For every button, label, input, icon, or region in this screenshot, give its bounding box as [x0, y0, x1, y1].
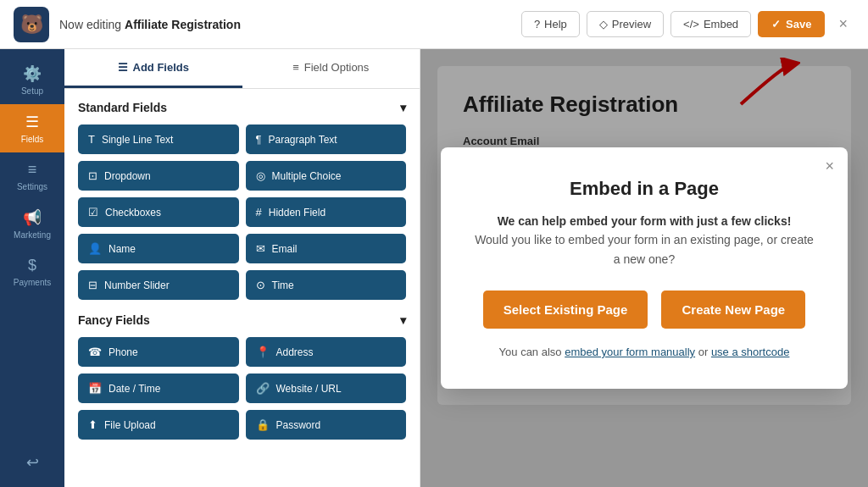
sidebar-item-setup[interactable]: ⚙️ Setup	[0, 56, 64, 104]
field-name[interactable]: 👤 Name	[78, 234, 239, 263]
main-layout: ⚙️ Setup ☰ Fields ≡ Settings 📢 Marketing…	[0, 49, 868, 487]
standard-fields-header: Standard Fields ▾	[78, 101, 406, 114]
name-icon: 👤	[88, 242, 102, 255]
sidebar-item-payments[interactable]: $ Payments	[0, 248, 64, 296]
history-icon: ↩	[26, 453, 39, 472]
field-number-slider[interactable]: ⊟ Number Slider	[78, 270, 239, 300]
payments-icon: $	[28, 257, 36, 274]
field-checkboxes[interactable]: ☑ Checkboxes	[78, 197, 239, 227]
gear-icon: ⚙️	[23, 64, 42, 83]
tab-field-options[interactable]: ≡ Field Options	[242, 49, 420, 88]
left-panel: ☰ Add Fields ≡ Field Options Standard Fi…	[64, 49, 420, 487]
field-website[interactable]: 🔗 Website / URL	[246, 374, 407, 403]
calendar-icon: 📅	[88, 382, 102, 395]
top-header: 🐻 Now editing Affiliate Registration ? H…	[0, 0, 868, 49]
standard-fields-grid: T Single Line Text ¶ Paragraph Text ⊡ Dr…	[78, 125, 406, 300]
field-datetime[interactable]: 📅 Date / Time	[78, 374, 239, 403]
header-left: 🐻 Now editing Affiliate Registration	[14, 7, 241, 42]
checkmark-icon: ✓	[771, 18, 781, 30]
sidebar-item-marketing[interactable]: 📢 Marketing	[0, 200, 64, 248]
help-button[interactable]: ? Help	[521, 11, 580, 37]
multiple-choice-icon: ◎	[256, 169, 265, 182]
select-existing-page-button[interactable]: Select Existing Page	[483, 291, 648, 329]
modal-buttons: Select Existing Page Create New Page	[475, 291, 814, 329]
lock-icon: 🔒	[256, 418, 270, 431]
field-paragraph-text[interactable]: ¶ Paragraph Text	[246, 125, 407, 154]
field-dropdown[interactable]: ⊡ Dropdown	[78, 161, 239, 191]
fancy-chevron-icon: ▾	[400, 313, 406, 327]
sidebar-item-settings[interactable]: ≡ Settings	[0, 152, 64, 200]
fields-icon: ☰	[25, 113, 39, 131]
slider-icon: ⊟	[88, 279, 97, 291]
field-address[interactable]: 📍 Address	[246, 337, 407, 367]
close-header-button[interactable]: ×	[832, 12, 854, 36]
marketing-icon: 📢	[23, 208, 42, 227]
phone-icon: ☎	[88, 346, 102, 358]
logo-bear: 🐻	[14, 7, 49, 42]
fancy-fields-grid: ☎ Phone 📍 Address 📅 Date / Time 🔗 Websit…	[78, 337, 406, 440]
checkbox-icon: ☑	[88, 206, 98, 219]
bear-icon: 🐻	[20, 14, 43, 36]
modal-footer: You can also embed your form manually or…	[475, 346, 814, 358]
use-shortcode-link[interactable]: use a shortcode	[711, 346, 790, 358]
paragraph-icon: ¶	[256, 133, 262, 146]
hidden-icon: #	[256, 206, 262, 219]
chevron-down-icon: ▾	[400, 101, 406, 114]
field-file-upload[interactable]: ⬆ File Upload	[78, 410, 239, 440]
content-area: Affiliate Registration Account Email Pay…	[420, 49, 868, 487]
link-icon: 🔗	[256, 382, 270, 395]
upload-icon: ⬆	[88, 418, 97, 431]
settings-icon: ≡	[28, 161, 37, 179]
add-fields-icon: ☰	[118, 61, 128, 74]
fancy-fields-header: Fancy Fields ▾	[78, 313, 406, 327]
modal-description: We can help embed your form with just a …	[475, 212, 814, 268]
sidebar-item-history[interactable]: ↩	[0, 445, 64, 480]
field-multiple-choice[interactable]: ◎ Multiple Choice	[246, 161, 407, 191]
tabs-bar: ☰ Add Fields ≡ Field Options	[64, 49, 420, 89]
help-icon: ?	[534, 18, 540, 30]
editing-label: Now editing Affiliate Registration	[59, 18, 241, 31]
field-options-icon: ≡	[292, 61, 299, 74]
save-button[interactable]: ✓ Save	[758, 11, 825, 37]
tab-add-fields[interactable]: ☰ Add Fields	[64, 49, 242, 88]
email-icon: ✉	[256, 242, 265, 255]
modal-overlay: × Embed in a Page We can help embed your…	[420, 49, 868, 487]
create-new-page-button[interactable]: Create New Page	[661, 291, 805, 329]
text-icon: T	[88, 133, 95, 146]
standard-fields-section: Standard Fields ▾ T Single Line Text ¶ P…	[64, 89, 420, 465]
sidebar-nav: ⚙️ Setup ☰ Fields ≡ Settings 📢 Marketing…	[0, 49, 64, 487]
embed-modal: × Embed in a Page We can help embed your…	[441, 147, 848, 389]
field-hidden[interactable]: # Hidden Field	[246, 197, 407, 227]
sidebar-item-fields[interactable]: ☰ Fields	[0, 104, 64, 152]
header-right: ? Help ◇ Preview </> Embed ✓ Save ×	[521, 11, 854, 37]
modal-close-button[interactable]: ×	[825, 158, 834, 175]
field-phone[interactable]: ☎ Phone	[78, 337, 239, 367]
field-time[interactable]: ⊙ Time	[246, 270, 407, 300]
embed-manually-link[interactable]: embed your form manually	[565, 346, 695, 358]
time-icon: ⊙	[256, 279, 265, 291]
field-password[interactable]: 🔒 Password	[246, 410, 407, 440]
embed-button[interactable]: </> Embed	[670, 11, 751, 37]
embed-icon: </>	[683, 18, 699, 30]
dropdown-icon: ⊡	[88, 169, 97, 182]
preview-icon: ◇	[599, 18, 608, 30]
field-single-line-text[interactable]: T Single Line Text	[78, 125, 239, 154]
modal-title: Embed in a Page	[475, 178, 814, 200]
address-icon: 📍	[256, 346, 270, 358]
field-email[interactable]: ✉ Email	[246, 234, 407, 263]
preview-button[interactable]: ◇ Preview	[587, 11, 664, 37]
